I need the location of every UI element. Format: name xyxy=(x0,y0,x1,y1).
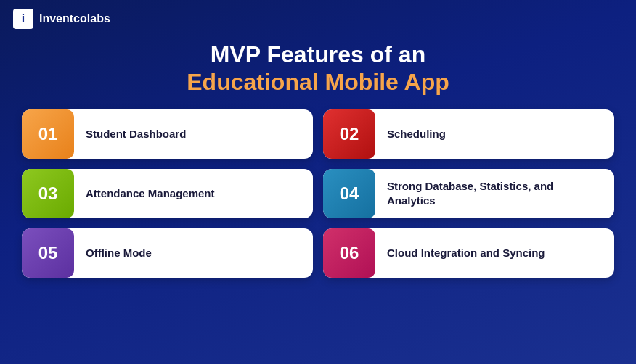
logo-text: Inventcolabs xyxy=(39,12,110,25)
title-line1: MVP Features of an xyxy=(0,41,636,68)
feature-label-2: Scheduling xyxy=(375,120,457,149)
feature-label-6: Cloud Integration and Syncing xyxy=(375,239,557,268)
features-grid: 01Student Dashboard02Scheduling03Attenda… xyxy=(0,109,636,292)
feature-label-5: Offline Mode xyxy=(74,239,163,268)
feature-card: 06Cloud Integration and Syncing xyxy=(323,228,614,278)
feature-label-1: Student Dashboard xyxy=(74,120,197,149)
feature-badge-4: 04 xyxy=(323,169,375,218)
feature-card: 04Strong Database, Statistics, and Analy… xyxy=(323,169,614,218)
title-line2: Educational Mobile App xyxy=(0,68,636,96)
feature-card: 03Attendance Management xyxy=(22,169,313,218)
feature-badge-3: 03 xyxy=(22,169,74,218)
logo-icon: i xyxy=(13,9,33,29)
feature-badge-6: 06 xyxy=(323,228,375,278)
feature-label-4: Strong Database, Statistics, and Analyti… xyxy=(375,172,614,215)
logo-icon-letter: i xyxy=(22,12,25,25)
feature-badge-1: 01 xyxy=(22,109,74,159)
feature-badge-5: 05 xyxy=(22,228,74,278)
feature-card: 05Offline Mode xyxy=(22,228,313,278)
main-title: MVP Features of an Educational Mobile Ap… xyxy=(0,41,636,96)
feature-card: 02Scheduling xyxy=(323,109,614,159)
feature-label-3: Attendance Management xyxy=(74,179,227,208)
feature-card: 01Student Dashboard xyxy=(22,109,313,159)
logo-bar: i Inventcolabs xyxy=(0,0,636,38)
feature-badge-2: 02 xyxy=(323,109,375,159)
